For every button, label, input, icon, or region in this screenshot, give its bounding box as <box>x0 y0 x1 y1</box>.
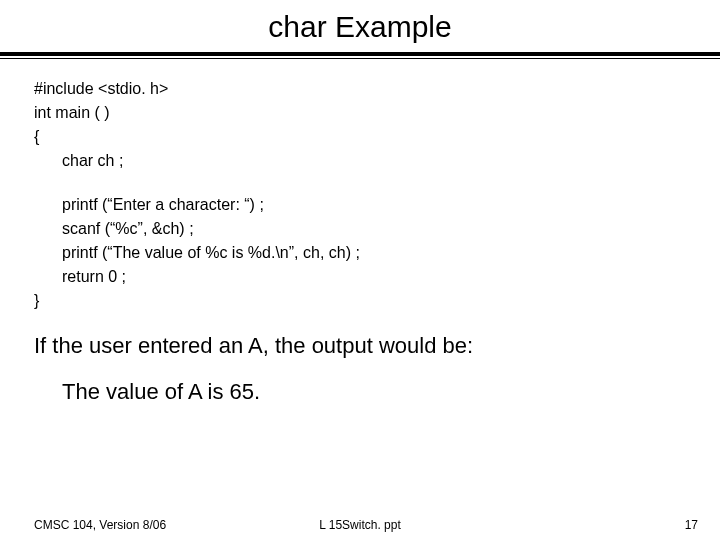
explanation-text: If the user entered an A, the output wou… <box>34 333 686 359</box>
divider-thick <box>0 52 720 56</box>
code-line: scanf (“%c”, &ch) ; <box>34 217 686 241</box>
code-line: { <box>34 125 686 149</box>
slide-title: char Example <box>0 0 720 52</box>
footer: CMSC 104, Version 8/06 L 15Switch. ppt 1… <box>0 518 720 532</box>
output-text: The value of A is 65. <box>34 379 686 405</box>
code-line: printf (“Enter a character: “) ; <box>34 193 686 217</box>
code-line: return 0 ; <box>34 265 686 289</box>
code-line: char ch ; <box>34 149 686 173</box>
code-line: printf (“The value of %c is %d.\n”, ch, … <box>34 241 686 265</box>
code-line: } <box>34 289 686 313</box>
slide-body: #include <stdio. h> int main ( ) { char … <box>0 59 720 405</box>
code-block: #include <stdio. h> int main ( ) { char … <box>34 77 686 313</box>
blank-line <box>34 173 686 193</box>
code-line: int main ( ) <box>34 101 686 125</box>
slide: char Example #include <stdio. h> int mai… <box>0 0 720 540</box>
code-line: #include <stdio. h> <box>34 77 686 101</box>
footer-center: L 15Switch. ppt <box>0 518 720 532</box>
